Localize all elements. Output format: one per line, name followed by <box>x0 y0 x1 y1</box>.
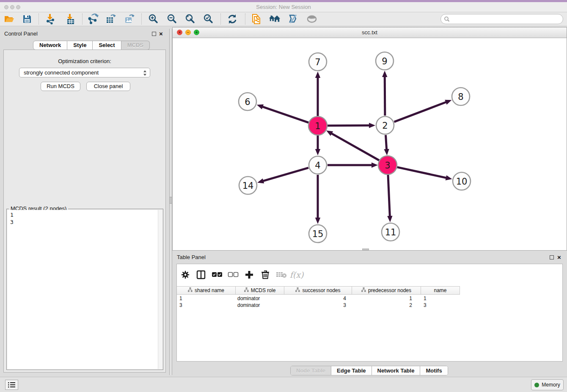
edge-2-8[interactable] <box>394 102 447 122</box>
toolbar-separator <box>39 14 39 25</box>
frame-maximize-icon[interactable]: + <box>194 30 199 35</box>
float-panel-icon[interactable] <box>550 255 554 259</box>
node-label: 3 <box>385 160 390 171</box>
memory-button[interactable]: Memory <box>531 379 564 390</box>
column-header-predecessor-nodes[interactable]: predecessor nodes <box>352 287 421 294</box>
tab-node-table[interactable]: Node Table <box>291 366 331 375</box>
search-input[interactable] <box>440 14 563 24</box>
eye-icon[interactable] <box>306 13 318 25</box>
arrowhead-icon <box>369 123 375 128</box>
table-cell[interactable]: 2 <box>352 302 421 309</box>
apply-layout-icon[interactable] <box>226 13 238 25</box>
toolbar-separator <box>220 14 221 25</box>
edge-3-10[interactable] <box>397 167 446 178</box>
scrollbar[interactable] <box>158 210 162 369</box>
table-cell[interactable]: 1 <box>177 295 236 302</box>
float-panel-icon[interactable] <box>152 32 156 36</box>
arrowhead-icon <box>445 100 451 105</box>
import-network-icon[interactable] <box>44 13 56 25</box>
unselect-all-columns-icon[interactable] <box>228 269 239 280</box>
toolbar-separator <box>245 14 245 25</box>
tab-network[interactable]: Network <box>33 41 67 50</box>
edge-3-11[interactable] <box>388 175 390 217</box>
column-header-MCDS-role[interactable]: MCDS role <box>236 287 284 294</box>
node-label: 15 <box>312 229 324 239</box>
export-image-icon[interactable] <box>124 13 135 25</box>
close-panel-button[interactable]: Close panel <box>86 82 130 91</box>
node-table-container: f(x) shared nameMCDS rolesuccessor nodes… <box>176 264 563 362</box>
window-zoom-icon[interactable] <box>16 5 20 9</box>
zoom-selected-icon[interactable] <box>202 13 214 25</box>
home-icon[interactable] <box>269 13 281 25</box>
settings-gear-icon[interactable] <box>180 269 191 280</box>
chevron-up-down-icon <box>143 70 147 79</box>
table-cell[interactable]: 3 <box>284 302 352 309</box>
delete-columns-icon[interactable] <box>260 269 271 280</box>
add-column-icon[interactable] <box>244 269 255 280</box>
tab-style[interactable]: Style <box>67 41 93 50</box>
tab-motifs[interactable]: Motifs <box>420 366 447 375</box>
table-cell[interactable]: 1 <box>421 295 460 302</box>
table-cell[interactable]: 1 <box>352 295 421 302</box>
frame-close-icon[interactable]: × <box>177 30 182 35</box>
open-session-icon[interactable] <box>3 13 15 25</box>
save-session-icon[interactable] <box>21 13 33 25</box>
tab-network-table[interactable]: Network Table <box>372 366 421 375</box>
canvas-resize-grip[interactable] <box>362 248 369 250</box>
network-window-titlebar[interactable]: × − + scc.txt <box>173 28 567 38</box>
zoom-fit-icon[interactable] <box>184 13 196 25</box>
edge-3-1[interactable] <box>331 133 379 160</box>
table-row[interactable]: 3dominator323 <box>177 302 460 309</box>
mcds-result-textarea[interactable]: 1 3 <box>7 210 162 369</box>
main-toolbar <box>0 12 567 26</box>
select-all-columns-icon[interactable] <box>212 269 223 280</box>
zoom-out-icon[interactable] <box>166 13 178 25</box>
arrowhead-icon <box>257 178 264 183</box>
export-table-icon[interactable] <box>105 13 117 25</box>
memory-label: Memory <box>542 382 560 388</box>
table-cell[interactable]: 3 <box>177 302 236 309</box>
hide-annotations-icon[interactable] <box>287 13 299 25</box>
edge-2-9[interactable] <box>385 76 385 116</box>
window-minimize-icon[interactable] <box>10 5 14 9</box>
task-history-button[interactable] <box>5 380 18 390</box>
attribute-hierarchy-icon <box>244 287 249 293</box>
table-cell[interactable]: dominator <box>236 302 284 309</box>
network-documents-icon[interactable] <box>250 13 262 25</box>
import-table-icon[interactable] <box>64 13 76 25</box>
close-panel-icon[interactable]: × <box>159 31 163 36</box>
column-header-shared-name[interactable]: shared name <box>177 287 236 294</box>
zoom-in-icon[interactable] <box>147 13 159 25</box>
memory-status-icon <box>534 383 539 387</box>
edge-1-2[interactable] <box>328 125 370 126</box>
tab-select[interactable]: Select <box>93 41 121 50</box>
run-mcds-button[interactable]: Run MCDS <box>41 82 80 91</box>
criterion-select[interactable]: strongly connected component <box>19 68 150 77</box>
close-panel-icon[interactable]: × <box>557 255 561 260</box>
column-layout-icon[interactable] <box>195 269 206 280</box>
delete-table-icon <box>276 269 287 280</box>
column-header-name[interactable]: name <box>421 287 460 294</box>
attribute-hierarchy-icon <box>361 287 366 293</box>
network-graph[interactable]: 7968124314101511 <box>173 38 567 250</box>
table-panel: Table Panel × f(x) shared nameMCDS roles… <box>172 252 567 375</box>
mcds-tab-content: Optimization criterion: strongly connect… <box>3 50 166 373</box>
frame-minimize-icon[interactable]: − <box>185 30 191 35</box>
table-cell[interactable]: dominator <box>236 295 284 302</box>
column-header-successor-nodes[interactable]: successor nodes <box>284 287 352 294</box>
table-cell[interactable]: 4 <box>284 295 352 302</box>
attribute-hierarchy-icon <box>188 287 193 293</box>
table-cell[interactable]: 3 <box>421 302 460 309</box>
edge-2-3[interactable] <box>385 135 386 150</box>
edge-1-6[interactable] <box>262 107 308 123</box>
export-network-icon[interactable] <box>87 13 99 25</box>
window-close-icon[interactable] <box>4 5 8 9</box>
edge-4-14[interactable] <box>263 168 308 181</box>
tab-mcds[interactable]: MCDS <box>121 41 150 50</box>
window-titlebar: Session: New Session <box>0 2 567 12</box>
splitter-handle[interactable] <box>170 197 172 204</box>
network-canvas[interactable]: 7968124314101511 <box>173 38 567 250</box>
panel-splitter[interactable] <box>169 29 172 375</box>
tab-edge-table[interactable]: Edge Table <box>331 366 372 375</box>
table-row[interactable]: 1dominator411 <box>177 295 460 302</box>
